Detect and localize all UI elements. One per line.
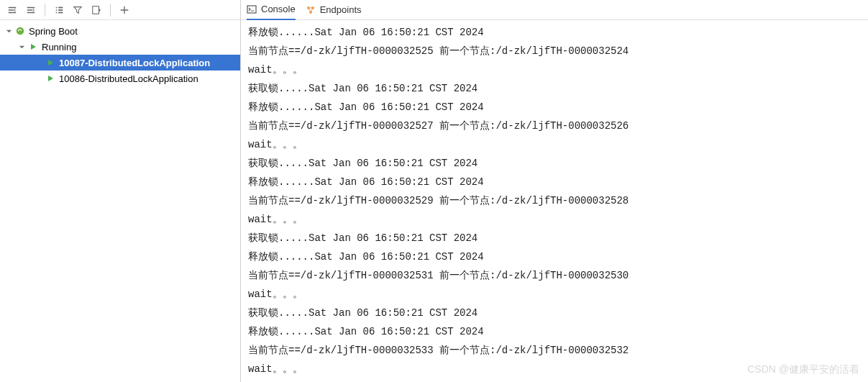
- collapse-icon[interactable]: [4, 2, 20, 18]
- console-line: 当前节点==/d-zk/ljfTH-0000032533 前一个节点:/d-zk…: [248, 341, 861, 360]
- tree-app-label: 10087-DistributedLockApplication: [59, 58, 210, 68]
- svg-rect-8: [247, 6, 256, 13]
- right-panel: Console Endpoints 释放锁......Sat Jan 06 16…: [241, 0, 868, 382]
- endpoints-icon: [306, 5, 316, 15]
- options-icon[interactable]: [51, 2, 67, 18]
- chevron-down-icon: [17, 42, 26, 51]
- console-line: wait。。。: [248, 60, 861, 79]
- add-icon[interactable]: [117, 2, 132, 18]
- toolbar-separator: [110, 4, 111, 17]
- svg-point-0: [56, 6, 58, 8]
- tree: Spring Boot Running 10087-DistributedLoc…: [0, 20, 240, 382]
- expand-icon[interactable]: [23, 2, 39, 18]
- console-line: 释放锁......Sat Jan 06 16:50:21 CST 2024: [248, 173, 861, 191]
- left-panel: Spring Boot Running 10087-DistributedLoc…: [0, 0, 241, 382]
- tree-app-10086[interactable]: 10086-DistributedLockApplication: [0, 71, 240, 86]
- console-line: 释放锁......Sat Jan 06 16:50:21 CST 2024: [248, 247, 861, 266]
- svg-rect-6: [93, 6, 99, 14]
- console-line: 获取锁.....Sat Jan 06 16:50:21 CST 2024: [248, 229, 861, 247]
- svg-point-7: [17, 27, 24, 35]
- console-line: 获取锁.....Sat Jan 06 16:50:21 CST 2024: [248, 304, 861, 322]
- console-line: 释放锁......Sat Jan 06 16:50:21 CST 2024: [248, 322, 861, 341]
- tab-endpoints-label: Endpoints: [320, 4, 362, 15]
- play-icon: [45, 57, 56, 68]
- top-tabs: Console Endpoints: [241, 0, 868, 20]
- play-icon: [27, 41, 39, 53]
- console-line: wait。。。: [248, 360, 861, 378]
- play-icon: [45, 73, 56, 84]
- svg-point-2: [56, 12, 58, 13]
- svg-point-1: [56, 9, 58, 11]
- console-line: 当前节点==/d-zk/ljfTH-0000032525 前一个节点:/d-zk…: [248, 42, 861, 60]
- tab-console[interactable]: Console: [247, 0, 296, 20]
- tree-running-label: Running: [42, 42, 76, 53]
- console-icon: [247, 4, 257, 14]
- tree-root-label: Spring Boot: [29, 26, 78, 37]
- tree-app-label: 10086-DistributedLockApplication: [59, 73, 198, 84]
- console-line: 获取锁.....Sat Jan 06 16:50:21 CST 2024: [248, 79, 861, 98]
- toolbar-separator: [45, 4, 45, 17]
- svg-rect-4: [58, 9, 63, 11]
- console-line: 获取锁.....Sat Jan 06 16:50:21 CST 2024: [248, 154, 861, 173]
- tree-running-group[interactable]: Running: [0, 39, 240, 55]
- tab-endpoints[interactable]: Endpoints: [306, 0, 362, 20]
- tab-console-label: Console: [261, 4, 296, 14]
- filter-icon[interactable]: [70, 2, 86, 18]
- console-line: 当前节点==/d-zk/ljfTH-0000032529 前一个节点:/d-zk…: [248, 191, 861, 210]
- tree-root-spring-boot[interactable]: Spring Boot: [0, 23, 240, 39]
- console-line: 释放锁......Sat Jan 06 16:50:21 CST 2024: [248, 98, 861, 117]
- console-line: 当前节点==/d-zk/ljfTH-0000032527 前一个节点:/d-zk…: [248, 117, 861, 135]
- console-line: 当前节点==/d-zk/ljfTH-0000032531 前一个节点:/d-zk…: [248, 266, 861, 285]
- tree-app-10087[interactable]: 10087-DistributedLockApplication: [0, 55, 240, 71]
- console-line: 释放锁......Sat Jan 06 16:50:21 CST 2024: [248, 23, 861, 42]
- toolbar: [0, 0, 240, 20]
- console-line: wait。。。: [248, 135, 861, 154]
- svg-rect-3: [58, 6, 63, 8]
- console-output[interactable]: 释放锁......Sat Jan 06 16:50:21 CST 2024当前节…: [241, 20, 868, 382]
- spring-icon: [14, 25, 26, 37]
- console-line: wait。。。: [248, 285, 861, 304]
- console-line: wait。。。: [248, 210, 861, 229]
- chevron-down-icon: [4, 27, 13, 35]
- wrap-icon[interactable]: [88, 2, 104, 18]
- svg-rect-5: [58, 12, 63, 13]
